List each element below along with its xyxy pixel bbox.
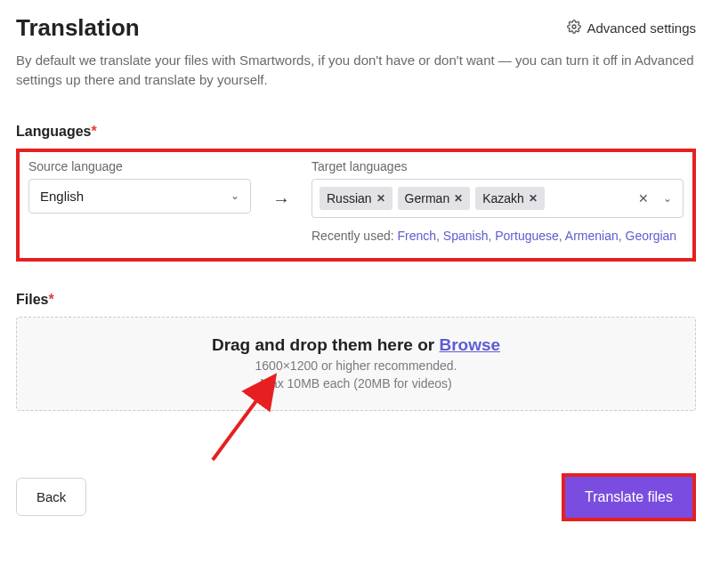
target-languages-label: Target languages xyxy=(312,159,684,173)
translate-files-button[interactable]: Translate files xyxy=(565,477,692,518)
translate-button-highlight: Translate files xyxy=(562,473,696,521)
chip-remove-icon[interactable]: ✕ xyxy=(529,192,538,205)
languages-panel: Source language English ⌄ → Target langu… xyxy=(16,149,696,262)
source-language-select[interactable]: English ⌄ xyxy=(28,179,251,213)
source-language-value: English xyxy=(40,189,84,204)
target-languages-select[interactable]: Russian ✕ German ✕ Kazakh ✕ ✕ ⌄ xyxy=(312,179,684,218)
dropzone-main-text: Drag and drop them here or Browse xyxy=(26,335,686,355)
gear-icon xyxy=(567,20,581,36)
clear-all-icon[interactable]: ✕ xyxy=(633,191,654,205)
back-button[interactable]: Back xyxy=(16,478,86,516)
chevron-down-icon: ⌄ xyxy=(231,189,239,202)
svg-point-0 xyxy=(572,25,576,28)
svg-line-2 xyxy=(213,382,271,460)
advanced-settings-label: Advanced settings xyxy=(587,20,696,36)
advanced-settings-button[interactable]: Advanced settings xyxy=(567,20,696,36)
language-chip: Russian ✕ xyxy=(320,187,392,210)
recent-language-link[interactable]: French xyxy=(398,229,437,243)
source-language-label: Source language xyxy=(28,159,251,173)
description-text: By default we translate your files with … xyxy=(16,51,696,90)
file-dropzone[interactable]: Drag and drop them here or Browse 1600×1… xyxy=(16,317,696,411)
recently-used: Recently used: French, Spanish, Portugue… xyxy=(312,227,684,246)
dropzone-hint-1: 1600×1200 or higher recommended. xyxy=(26,358,686,373)
page-title: Translation xyxy=(16,14,140,42)
chevron-down-icon[interactable]: ⌄ xyxy=(659,192,676,205)
browse-link[interactable]: Browse xyxy=(439,335,500,354)
files-section-label: Files* xyxy=(16,292,696,308)
language-chip: Kazakh ✕ xyxy=(475,187,545,210)
recent-language-link[interactable]: Armenian xyxy=(565,229,619,243)
recent-language-link[interactable]: Georgian xyxy=(626,229,677,243)
languages-section-label: Languages* xyxy=(16,124,696,140)
arrow-right-icon: → xyxy=(263,159,299,210)
recent-language-link[interactable]: Spanish xyxy=(443,229,489,243)
recent-language-link[interactable]: Portuguese xyxy=(495,229,559,243)
language-chip: German ✕ xyxy=(398,187,471,210)
chip-remove-icon[interactable]: ✕ xyxy=(376,192,385,205)
dropzone-hint-2: Max 10MB each (20MB for videos) xyxy=(26,376,686,391)
chip-remove-icon[interactable]: ✕ xyxy=(454,192,463,205)
